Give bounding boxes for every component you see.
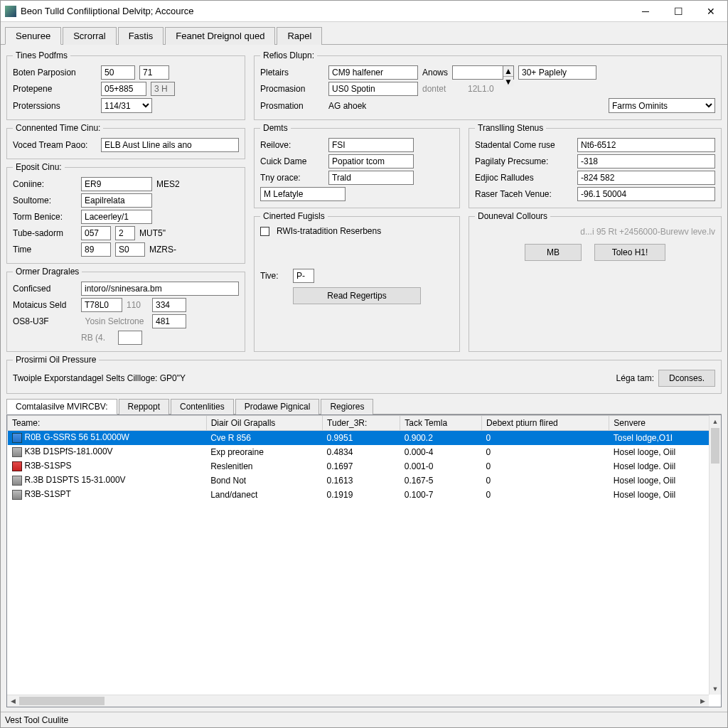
select-proterssions[interactable]: 114/31 (101, 98, 152, 113)
vertical-scrollbar[interactable]: ▲ ▼ (709, 415, 721, 695)
label-edjioc: Edjioc Ralludes (475, 173, 573, 183)
spinner-anows[interactable]: ▲▼ (452, 65, 514, 80)
row-icon (12, 447, 22, 457)
ttab-comtalasilve[interactable]: Comtalasilve MVIRCBV: (6, 399, 117, 414)
tab-scrorral[interactable]: Scrorral (63, 27, 117, 45)
input-soultome[interactable] (81, 193, 152, 208)
label-yosn: Yosin Selctrone (81, 316, 148, 326)
input-boten-b[interactable] (139, 65, 169, 80)
checkbox-rwis[interactable] (260, 227, 269, 236)
input-tube-a[interactable] (81, 226, 111, 240)
button-read-regertips[interactable]: Read Regertips (293, 287, 421, 304)
input-tube-b[interactable] (115, 226, 135, 240)
table-row[interactable]: K3B D1SPfS-181.000VExp preoraine0.48340.… (8, 445, 721, 459)
label-coniine: Coniine: (13, 179, 77, 189)
ttab-contenlities[interactable]: Contenlities (171, 399, 234, 414)
col-0[interactable]: Teame: (8, 416, 207, 431)
input-torm-benice[interactable] (81, 210, 152, 224)
cell: Tosel lodge,O1I (609, 431, 721, 445)
input-coniine[interactable] (81, 177, 152, 191)
input-mlefa[interactable] (260, 187, 346, 201)
scroll-v-thumb[interactable] (711, 428, 719, 464)
input-boten-a[interactable] (101, 65, 135, 80)
button-toleo[interactable]: Toleo H1! (594, 244, 665, 261)
legend-ormer: Ormer Dragrales (13, 267, 82, 277)
input-reifove[interactable] (328, 138, 414, 152)
table-row[interactable]: R3B-S1SPSReslenitlen0.16970.001-00Hosel … (8, 459, 721, 473)
input-tny[interactable] (328, 171, 414, 185)
table-row[interactable]: R.3B D1SPTS 15-31.000VBond Not0.16130.16… (8, 473, 721, 488)
input-tive[interactable] (293, 269, 314, 283)
cell: 0.000-4 (400, 445, 482, 459)
tab-fastis[interactable]: Fastis (118, 27, 164, 45)
input-motaicus-a[interactable] (81, 298, 122, 312)
input-motaicus-c[interactable] (152, 298, 186, 312)
input-conficsed[interactable] (81, 282, 239, 296)
close-button[interactable]: ✕ (695, 1, 727, 22)
col-1[interactable]: Diair Oil Grapalls (206, 416, 322, 431)
input-rb[interactable] (118, 331, 142, 345)
input-protepene-a[interactable] (101, 82, 146, 96)
input-paplely[interactable] (518, 65, 596, 80)
label-rwis: RWIs-tratadition Reserbens (277, 226, 381, 236)
cell: 0.100-7 (400, 488, 482, 502)
maximize-button[interactable]: ☐ (662, 1, 695, 22)
button-mb[interactable]: MB (525, 244, 582, 261)
input-stadental[interactable] (577, 138, 715, 152)
scroll-left-icon[interactable]: ◀ (7, 695, 19, 707)
col-4[interactable]: Debext ptiurn flired (482, 416, 609, 431)
table-tabstrip: Comtalasilve MVIRCBV: Reppopt Contenliti… (6, 398, 722, 414)
group-tines-podfms: Tines Podfms Boten Parposion Protepene P… (6, 50, 245, 120)
label-tube-sadorm: Tube-sadorm (13, 228, 77, 238)
cell: Hosel looge, Oiil (609, 473, 721, 488)
input-pagilaty[interactable] (577, 154, 715, 168)
label-time: Time (13, 245, 77, 255)
table-row[interactable]: R0B G-SSRS 56 51.0000WCve R 8560.99510.9… (8, 431, 721, 445)
select-farms-omints[interactable]: Farms Ominits (609, 98, 715, 113)
legend-refios: Refios Dlupn: (260, 50, 317, 60)
scroll-down-icon[interactable]: ▼ (710, 682, 721, 695)
scroll-up-icon[interactable]: ▲ (710, 415, 721, 427)
tab-feanet[interactable]: Feanet Dreignol qued (165, 27, 275, 45)
tab-senuree[interactable]: Senuree (5, 27, 61, 45)
ttab-regiores[interactable]: Regiores (321, 399, 373, 414)
input-anows[interactable] (452, 65, 503, 80)
table-row[interactable]: R3B-S1SPTLand/danect0.19190.100-70Hosel … (8, 488, 721, 502)
cell: 0 (482, 445, 609, 459)
label-procmasion: Procmasion (260, 84, 324, 94)
group-prosm-oil: Prosirmi Oil Pressure Twoiple Exporstand… (6, 355, 722, 394)
horizontal-scrollbar[interactable]: ◀ ▶ (7, 695, 709, 707)
input-edjioc[interactable] (577, 171, 715, 185)
group-translling: Translling Stenus Stadental Come ruse Pa… (469, 123, 722, 208)
input-pletairs[interactable] (328, 65, 418, 80)
scroll-h-thumb[interactable] (19, 697, 105, 705)
minimize-button[interactable]: ─ (629, 1, 662, 22)
input-time-b[interactable] (115, 242, 145, 257)
col-2[interactable]: Tuder_3R: (323, 416, 400, 431)
cell: K3B D1SPfS-181.000V (8, 445, 207, 459)
ttab-prodawe[interactable]: Prodawe Pignical (235, 399, 320, 414)
input-voced[interactable] (101, 138, 239, 152)
cell: 0 (482, 473, 609, 488)
scroll-right-icon[interactable]: ▶ (697, 695, 709, 707)
tab-rapel[interactable]: Rapel (277, 27, 322, 45)
input-raser[interactable] (577, 187, 715, 201)
row-icon (12, 490, 22, 500)
input-yosn[interactable] (152, 314, 186, 328)
button-dconses[interactable]: Dconses. (658, 370, 715, 387)
col-3[interactable]: Tack Temla (400, 416, 482, 431)
input-time-a[interactable] (81, 242, 111, 257)
cell: 0 (482, 488, 609, 502)
group-cinerted: Cinerted Fugisls RWIs-tratadition Reserb… (254, 211, 460, 352)
input-cuick[interactable] (328, 154, 414, 168)
cell: Reslenitlen (206, 459, 322, 473)
results-table: Teame:Diair Oil GrapallsTuder_3R:Tack Te… (7, 415, 721, 502)
group-douneval: Douneval Collours d...i 95 Rt +2456000-B… (469, 211, 722, 352)
label-boten-parposion: Boten Parposion (13, 68, 97, 77)
input-procmasion[interactable] (328, 82, 418, 96)
label-reifove: Reilove: (260, 140, 324, 150)
cell: R.3B D1SPTS 15-31.000V (8, 473, 207, 488)
chevron-up-icon: ▲ (504, 66, 513, 76)
ttab-reppopt[interactable]: Reppopt (119, 399, 169, 414)
col-5[interactable]: Senvere (609, 416, 721, 431)
